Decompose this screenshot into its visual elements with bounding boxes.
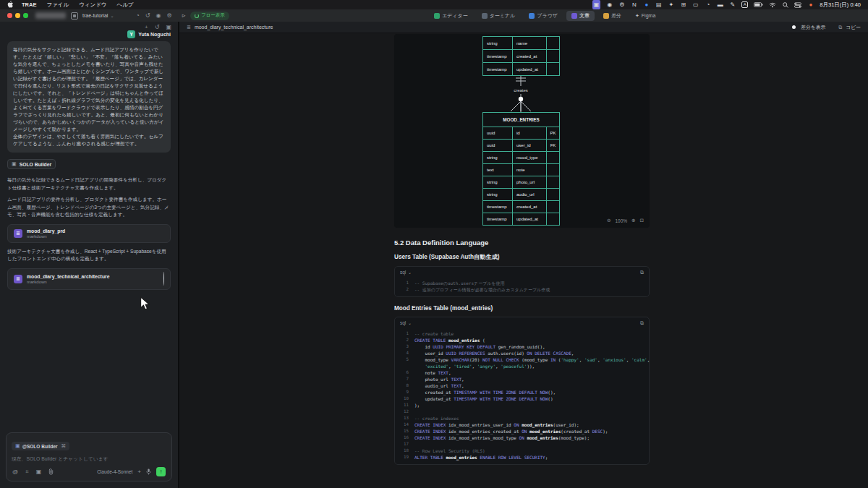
agent-badge[interactable]: ▣ SOLO Builder [7, 159, 56, 169]
tab-browser[interactable]: ブラウザ [524, 11, 563, 21]
code-line: 15CREATE INDEX idx_mood_entries_created_… [400, 428, 644, 435]
control-center-icon[interactable] [794, 2, 801, 8]
fullscreen-icon[interactable]: ⊡ [640, 218, 644, 223]
tab-diff[interactable]: 差分 [598, 11, 626, 21]
settings-icon[interactable]: ⚙ [167, 12, 172, 19]
document-content: creates stringnametimestampcreated_attim… [394, 34, 650, 473]
history-icon[interactable]: ↺ [155, 24, 160, 30]
record-circle-icon[interactable]: ◉ [606, 0, 613, 9]
tab-figma[interactable]: ✦Figma [630, 12, 660, 20]
tab-editor[interactable]: エディター [429, 11, 473, 21]
users-table-heading: Users Table (Supabase Auth自動生成) [394, 253, 650, 261]
chat-input-box[interactable]: ▣ @SOLO Builder ⌘ 現在、SOLO Builder とチャットし… [6, 432, 172, 481]
tab-editor-label: エディター [442, 12, 468, 20]
zoom-in-icon[interactable]: ⊕ [631, 218, 635, 223]
paperclip-icon[interactable] [48, 468, 54, 476]
code-block-users: sql ⌄ ⧉ 1-- Supabaseのauth.usersテーブルを使用2-… [394, 266, 650, 297]
history-icon[interactable]: ◔ [136, 12, 140, 19]
zoom-level: 100% [615, 218, 627, 223]
code-line: 7 photo_url TEXT, [400, 376, 644, 382]
zoom-window-button[interactable] [23, 13, 28, 18]
menu-help[interactable]: ヘルプ [112, 1, 139, 9]
display-icon[interactable]: ▭ [692, 0, 699, 9]
menu-file[interactable]: ファイル [41, 1, 74, 9]
mic-icon[interactable] [146, 468, 151, 475]
play-icon[interactable]: ⊳ [182, 13, 186, 19]
send-button[interactable]: ↑ [156, 467, 166, 476]
undo-icon[interactable]: ↺ [145, 12, 150, 19]
code-language-selector[interactable]: sql [400, 270, 406, 275]
show-diff-toggle[interactable]: 差分を表示 [801, 24, 825, 31]
menu-clock[interactable]: 8月31日(日) 0:40 [820, 1, 861, 9]
er-row: uuiduser_idFK [483, 140, 560, 152]
menu-window[interactable]: ウィンドウ [74, 1, 111, 9]
gear-icon[interactable]: ⚙ [618, 0, 625, 9]
attachment-type: markdown [27, 234, 65, 239]
record-dot-icon[interactable]: ● [807, 0, 814, 9]
tab-document[interactable]: 文章 [566, 11, 595, 21]
zoom-out-icon[interactable]: ⊖ [607, 218, 610, 223]
search-icon[interactable] [782, 2, 788, 8]
document-outline-icon[interactable]: ≣ [187, 25, 191, 30]
code-line: 8 audio_url TEXT, [400, 382, 644, 389]
code-header: sql ⌄ ⧉ [395, 317, 649, 328]
record-icon[interactable]: ◉ [156, 12, 161, 19]
image-icon[interactable]: ▣ [36, 468, 42, 476]
attachment-card-architecture[interactable]: ≣ mood_diary_technical_architecture mark… [7, 268, 171, 290]
tab-document-label: 文章 [579, 12, 590, 20]
apple-menu-icon[interactable] [7, 1, 14, 9]
mention-icon[interactable]: @ [12, 468, 18, 476]
agent-badge-label: SOLO Builder [20, 162, 52, 167]
tab-figma-label: Figma [642, 13, 655, 18]
clock-icon[interactable]: ◔ [705, 0, 711, 9]
tab-diff-label: 差分 [611, 12, 621, 20]
raycast-icon[interactable]: ✦ [668, 0, 674, 9]
sync-icon[interactable]: ● [643, 0, 650, 9]
user-name: Yuta Noguchi [138, 32, 171, 37]
er-row: timestampupdated_at [483, 213, 560, 226]
command-icon: ⌘ [61, 443, 67, 449]
chat-input-placeholder[interactable]: 現在、SOLO Builder とチャットしています [12, 455, 166, 463]
diff-toggle-dot[interactable] [792, 25, 796, 29]
attachment-card-prd[interactable]: ≣ mood_diary_prd markdown [7, 224, 171, 243]
copy-code-icon[interactable]: ⧉ [640, 320, 644, 326]
copy-icon[interactable]: ⧉ [838, 25, 842, 30]
wifi-icon[interactable] [769, 2, 776, 8]
er-row: timestampcreated_at [483, 50, 560, 63]
add-icon[interactable]: + [145, 24, 148, 30]
workspace-switcher-icon[interactable] [71, 12, 78, 20]
keyboard-icon[interactable]: ▬ [717, 0, 723, 9]
grid-icon[interactable]: ⊞ [680, 0, 686, 9]
minimize-window-button[interactable] [15, 13, 20, 18]
er-row: timestampcreated_at [483, 201, 560, 213]
screen-icon[interactable]: ▣ [592, 0, 601, 9]
notion-icon[interactable]: N [631, 0, 637, 9]
document-tab-title[interactable]: mood_diary_technical_architecture [195, 25, 273, 30]
code-header: sql ⌄ ⧉ [395, 267, 649, 278]
plus-icon[interactable]: + [137, 468, 141, 475]
agent-message: 技術アーキテクチャ文書を作成し、React + TypeScript + Sup… [7, 248, 171, 263]
chevron-down-icon: ⌄ [110, 13, 114, 18]
input-source-icon[interactable]: A [741, 1, 748, 8]
tab-terminal[interactable]: ターミナル [477, 11, 521, 21]
code-body[interactable]: 1-- Supabaseのauth.usersテーブルを使用2-- 追加のプロフ… [395, 278, 649, 296]
layout-icon[interactable]: ▣ [166, 24, 171, 30]
model-selector[interactable]: Claude-4-Sonnet [97, 469, 132, 474]
code-language-selector[interactable]: sql [400, 320, 406, 325]
pen-icon[interactable]: ✎ [729, 0, 736, 9]
tab-browser-label: ブラウザ [537, 12, 558, 20]
menu-app-name[interactable]: TRAE [17, 1, 41, 8]
workspace-selector[interactable]: trae-tutorial ⌄ [82, 13, 114, 18]
clipboard-icon[interactable]: ▤ [655, 0, 662, 9]
er-entity-name: MOOD_ENTRIES [483, 113, 560, 127]
battery-icon[interactable] [754, 2, 763, 7]
code-body[interactable]: 1-- create table2CREATE TABLE mood_entri… [395, 328, 649, 464]
apps-icon[interactable]: ⌗ [25, 468, 29, 476]
agent-mention-chip[interactable]: ▣ @SOLO Builder ⌘ [12, 442, 69, 450]
copy-button[interactable]: コピー [846, 24, 861, 31]
code-block-mood-entries: sql ⌄ ⧉ 1-- create table2CREATE TABLE mo… [394, 317, 650, 465]
close-window-button[interactable] [7, 13, 12, 18]
copy-code-icon[interactable]: ⧉ [640, 270, 644, 275]
er-row: stringmood_type [483, 152, 560, 164]
flow-view-button[interactable]: フロー表示 [190, 12, 229, 20]
